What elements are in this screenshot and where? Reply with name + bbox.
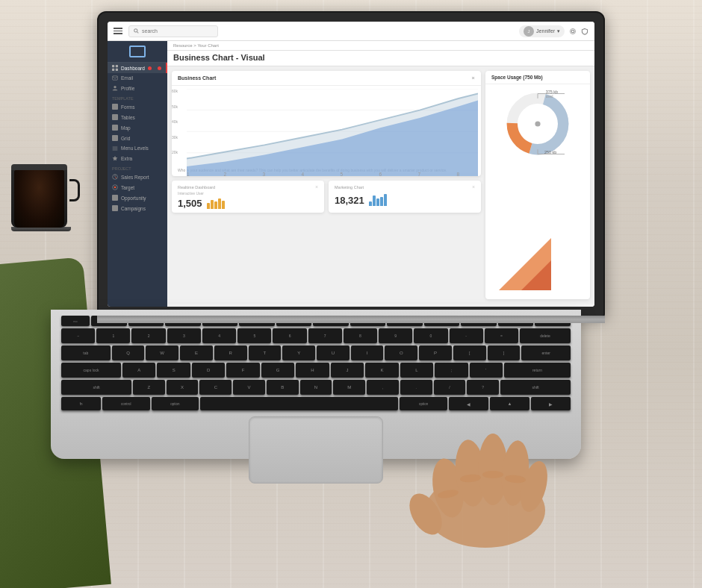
key-j[interactable]: J xyxy=(331,363,364,378)
sidebar-item-dashboard[interactable]: Dashboard xyxy=(108,63,167,73)
key-control[interactable]: control xyxy=(102,397,150,410)
key-z[interactable]: Z xyxy=(133,380,165,395)
key-p[interactable]: P xyxy=(419,345,452,360)
key-v[interactable]: V xyxy=(233,380,265,395)
key-u[interactable]: U xyxy=(317,345,350,360)
key-d[interactable]: D xyxy=(192,363,225,378)
key-e[interactable]: E xyxy=(180,345,213,360)
key-9[interactable]: 9 xyxy=(379,328,412,343)
sidebar-item-opportunity[interactable]: Opportunity xyxy=(108,193,167,203)
key-period[interactable]: . xyxy=(400,380,432,395)
realtime-card: Realtime Dashboard × Interactive User 1,… xyxy=(172,181,324,213)
key-space[interactable] xyxy=(200,397,398,410)
key-arrow-left[interactable]: ◀ xyxy=(449,397,488,410)
user-badge[interactable]: J Jennifer ▾ xyxy=(519,25,565,37)
svg-point-16 xyxy=(114,187,117,189)
key-2[interactable]: 2 xyxy=(131,328,165,343)
key-i[interactable]: I xyxy=(351,345,384,360)
key-question[interactable]: ? xyxy=(467,380,499,395)
key-caps[interactable]: caps lock xyxy=(61,363,121,378)
key-backtick[interactable]: ~ xyxy=(61,328,95,343)
key-g[interactable]: G xyxy=(261,363,294,378)
key-6[interactable]: 6 xyxy=(273,328,306,343)
sidebar-item-target[interactable]: Target xyxy=(108,182,167,193)
sidebar-item-sales-report[interactable]: Sales Report xyxy=(108,172,167,182)
key-quote[interactable]: ' xyxy=(470,363,503,378)
key-1[interactable]: 1 xyxy=(96,328,130,343)
key-0[interactable]: 0 xyxy=(414,328,447,343)
sidebar-item-grid[interactable]: Grid xyxy=(108,133,167,143)
key-tab[interactable]: tab xyxy=(61,345,111,360)
svg-text:4: 4 xyxy=(301,172,304,176)
chart-close-button[interactable]: × xyxy=(471,75,475,81)
key-shift-left[interactable]: shift xyxy=(61,380,131,395)
key-slash[interactable]: / xyxy=(434,380,466,395)
svg-rect-6 xyxy=(112,69,114,71)
sidebar-item-email[interactable]: Email xyxy=(108,73,167,83)
realtime-close-button[interactable]: × xyxy=(315,184,318,190)
key-3[interactable]: 3 xyxy=(167,328,201,343)
key-equals[interactable]: = xyxy=(485,328,518,343)
key-h[interactable]: H xyxy=(296,363,329,378)
key-7[interactable]: 7 xyxy=(308,328,342,343)
realtime-mini-chart xyxy=(207,197,225,209)
key-option-right[interactable]: option xyxy=(400,397,447,410)
key-n[interactable]: N xyxy=(300,380,332,395)
sidebar-item-tables[interactable]: Tables xyxy=(108,112,167,122)
settings-icon[interactable] xyxy=(569,28,577,35)
key-minus[interactable]: - xyxy=(450,328,483,343)
key-shift-right[interactable]: shift xyxy=(500,380,571,395)
key-a[interactable]: A xyxy=(122,363,155,378)
trackpad-container xyxy=(61,416,571,484)
key-w[interactable]: W xyxy=(146,345,178,360)
sidebar-item-forms[interactable]: Forms xyxy=(108,101,167,112)
key-enter[interactable]: enter xyxy=(521,345,571,360)
sidebar-item-campaigns[interactable]: Campaigns xyxy=(108,203,167,213)
trackpad[interactable] xyxy=(249,416,383,484)
key-y[interactable]: Y xyxy=(282,345,315,360)
key-5[interactable]: 5 xyxy=(237,328,271,343)
svg-text:2: 2 xyxy=(223,172,226,176)
svg-text:375 kb: 375 kb xyxy=(546,90,558,94)
key-s[interactable]: S xyxy=(157,363,190,378)
key-f[interactable]: F xyxy=(226,363,259,378)
sidebar-item-map[interactable]: Map xyxy=(108,122,167,133)
shield-icon[interactable] xyxy=(581,28,588,35)
key-8[interactable]: 8 xyxy=(344,328,377,343)
donut-svg: 375 kb used 250 kb xyxy=(504,90,571,157)
main-content: Resource > Your Chart Business Chart - V… xyxy=(167,41,594,307)
svg-point-2 xyxy=(571,30,574,33)
key-x[interactable]: X xyxy=(167,380,199,395)
sidebar-item-menu-levels[interactable]: Menu Levels xyxy=(108,143,167,153)
key-bracket-close[interactable]: ] xyxy=(488,345,521,360)
app-header: J Jennifer ▾ xyxy=(108,22,594,41)
key-b[interactable]: B xyxy=(267,380,299,395)
chart-card-header: Business Chart × xyxy=(172,71,481,86)
key-arrow-up[interactable]: ▲ xyxy=(490,397,529,410)
key-m[interactable]: M xyxy=(333,380,365,395)
key-o[interactable]: O xyxy=(385,345,417,360)
key-option-left[interactable]: option xyxy=(152,397,199,410)
key-k[interactable]: K xyxy=(365,363,398,378)
sidebar-item-profile[interactable]: Profile xyxy=(108,83,167,93)
template-section-label: Template xyxy=(108,93,167,101)
key-q[interactable]: Q xyxy=(112,345,145,360)
key-c[interactable]: C xyxy=(199,380,232,395)
key-l[interactable]: L xyxy=(400,363,433,378)
key-t[interactable]: T xyxy=(249,345,282,360)
key-semicolon[interactable]: ; xyxy=(435,363,468,378)
marketing-close-button[interactable]: × xyxy=(472,184,475,190)
key-4[interactable]: 4 xyxy=(202,328,236,343)
search-input[interactable] xyxy=(142,28,202,34)
key-delete[interactable]: delete xyxy=(520,328,571,343)
key-comma[interactable]: , xyxy=(367,380,399,395)
key-fn[interactable]: fn xyxy=(61,397,101,410)
laptop-screen: J Jennifer ▾ xyxy=(108,22,594,307)
hamburger-menu-icon[interactable] xyxy=(114,28,122,34)
key-r[interactable]: R xyxy=(214,345,247,360)
key-return[interactable]: return xyxy=(504,363,571,378)
key-bracket-open[interactable]: [ xyxy=(453,345,486,360)
key-arrow-right[interactable]: ▶ xyxy=(531,397,571,410)
key-esc[interactable]: esc xyxy=(61,316,90,326)
sidebar-item-extra[interactable]: Extra xyxy=(108,153,167,163)
